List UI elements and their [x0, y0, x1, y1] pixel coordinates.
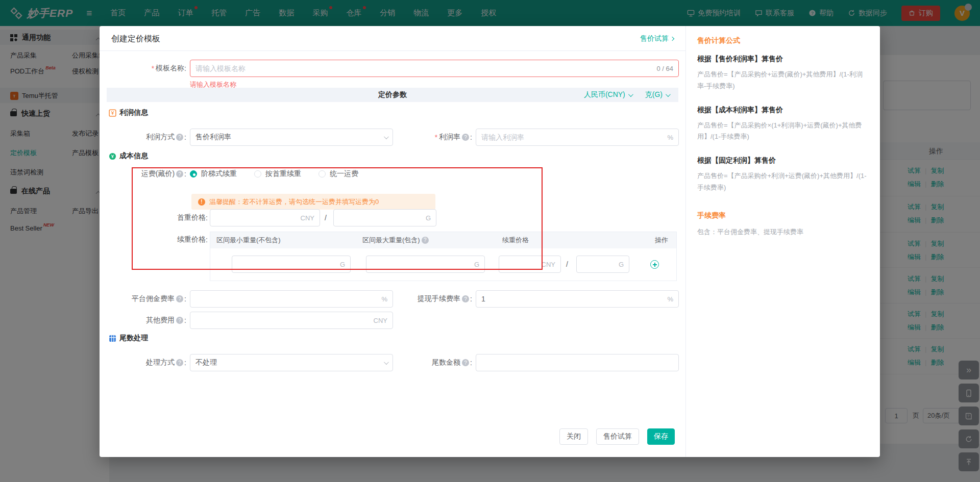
colon: :	[206, 236, 208, 244]
slash-separator: /	[325, 209, 327, 226]
price-trial-link[interactable]: 售价试算	[640, 26, 674, 51]
profit-rate-input[interactable]	[476, 133, 667, 141]
withdraw-fee-input[interactable]	[476, 295, 667, 303]
max-weight-input[interactable]	[366, 260, 474, 268]
pricing-params-bar: 定价参数 人民币(CNY) 克(G)	[107, 88, 678, 102]
formula-panel-title: 售价计算公式	[697, 36, 869, 45]
label-text: 平台佣金费率	[132, 294, 175, 303]
template-name-input[interactable]	[190, 64, 656, 72]
help-icon[interactable]: ?	[462, 134, 469, 141]
shipping-mode-radios: 阶梯式续重 按首重续重 统一运费	[190, 169, 358, 179]
tail-amount-input[interactable]	[476, 359, 678, 367]
tail-amount-field	[476, 354, 679, 371]
label-text: 其他费用	[146, 316, 175, 325]
label-text: 区间最大重量(包含)	[362, 232, 420, 248]
currency-select[interactable]: 人民币(CNY)	[584, 90, 632, 99]
help-icon[interactable]: ?	[176, 134, 183, 141]
cost-circle-icon	[109, 153, 116, 160]
colon: :	[184, 359, 186, 367]
commission-rate-field: %	[190, 290, 393, 308]
renewal-table-row: G G CNY / G	[210, 248, 676, 281]
radio-tiered-weight[interactable]: 阶梯式续重	[190, 169, 237, 179]
label-text: 续重价格	[177, 235, 206, 244]
radio-label: 按首重续重	[265, 169, 301, 179]
add-row-button[interactable]	[650, 260, 659, 269]
profit-method-label: 利润方式 ?:	[100, 129, 186, 146]
colon: :	[184, 133, 186, 141]
process-method-select[interactable]: 不处理	[190, 354, 393, 371]
colon: :	[470, 295, 472, 303]
other-fee-label: 其他费用 ?:	[100, 312, 186, 329]
renewal-weight-table: 区间最小重量(不包含) 区间最大重量(包含) ? 续重价格 操作 G	[210, 232, 677, 281]
tail-grid-icon	[109, 335, 116, 342]
col-renewal-price: 续重价格	[502, 232, 529, 248]
formula-help-panel: 售价计算公式 根据【售价利润率】算售价 产品售价=【产品采购价+运费(藏价)+其…	[685, 26, 880, 457]
gram-suffix: G	[619, 261, 629, 268]
help-icon[interactable]: ?	[176, 170, 183, 177]
radio-flat-fee[interactable]: 统一运费	[318, 169, 358, 179]
formula-heading: 根据【固定利润】算售价	[697, 156, 869, 165]
radio-label: 阶梯式续重	[201, 169, 237, 179]
other-fee-input[interactable]	[190, 316, 374, 324]
first-weight-input[interactable]	[334, 214, 426, 222]
min-weight-field: G	[232, 256, 351, 273]
max-weight-field: G	[366, 256, 485, 273]
formula-body: 产品售价=【产品采购价+利润+运费(藏价)+其他费用】/(1-手续费率)	[697, 170, 869, 194]
commission-rate-label: 平台佣金费率 ?:	[100, 290, 186, 308]
radio-icon	[318, 170, 326, 177]
first-weight-field: G	[333, 209, 436, 226]
save-button[interactable]: 保存	[647, 428, 675, 445]
help-icon[interactable]: ?	[422, 237, 429, 244]
warning-text: 温馨提醒：若不计算运费，请勾选统一运费并填写运费为0	[209, 197, 379, 207]
profit-method-select[interactable]: 售价利润率	[190, 129, 393, 146]
gram-suffix: G	[474, 261, 484, 268]
radio-icon	[254, 170, 261, 177]
section-title: 利润信息	[119, 108, 148, 117]
template-name-field: 0 / 64	[190, 60, 679, 77]
percent-suffix: %	[667, 295, 678, 303]
colon: :	[206, 214, 208, 222]
cny-suffix: CNY	[301, 214, 320, 222]
radio-first-weight[interactable]: 按首重续重	[254, 169, 301, 179]
formula-heading: 根据【售价利润率】算售价	[697, 55, 869, 64]
profit-section-header: 利润信息	[109, 108, 148, 117]
modal-form-area: 创建定价模板 售价试算 * 模板名称: 0 / 64 请输入模板名称 定价参数	[100, 26, 685, 457]
weight-unit-value: 克(G)	[645, 90, 663, 99]
min-weight-input[interactable]	[232, 260, 340, 268]
profit-doc-icon	[109, 109, 116, 117]
required-mark: *	[435, 133, 437, 141]
shipping-fee-label: 运费(藏价) ?:	[100, 169, 186, 179]
label-text: 利润率	[439, 133, 460, 142]
price-trial-label: 售价试算	[640, 26, 669, 51]
help-icon[interactable]: ?	[176, 295, 183, 302]
help-icon[interactable]: ?	[176, 317, 183, 324]
label-text: 首重价格	[177, 213, 206, 222]
weight-unit-select[interactable]: 克(G)	[645, 90, 669, 99]
price-trial-button[interactable]: 售价试算	[596, 428, 639, 445]
alert-icon: !	[198, 198, 205, 206]
modal-header: 创建定价模板 售价试算	[100, 26, 685, 51]
close-button[interactable]: 关闭	[559, 428, 588, 445]
percent-suffix: %	[667, 134, 678, 141]
label-text: 处理方式	[146, 358, 175, 367]
colon: :	[184, 64, 186, 72]
help-icon[interactable]: ?	[462, 359, 469, 366]
cny-suffix: CNY	[374, 317, 393, 324]
renewal-price-input[interactable]	[499, 260, 542, 268]
tail-section-header: 尾数处理	[109, 334, 148, 343]
modal-title: 创建定价模板	[111, 26, 160, 51]
withdraw-fee-field: %	[476, 290, 679, 308]
help-icon[interactable]: ?	[462, 295, 469, 302]
first-weight-price-input[interactable]	[210, 214, 301, 222]
app-root: 妙手ERP ≡ 首页 产品 订单 托管 广告 数据 采购 仓库 分销 物流 更多…	[0, 0, 980, 482]
help-icon[interactable]: ?	[176, 359, 183, 366]
colon: :	[184, 295, 186, 303]
other-fee-field: CNY	[190, 312, 393, 329]
slash-separator: /	[566, 256, 568, 273]
renewal-weight-input[interactable]	[577, 260, 619, 268]
label-text: 运费(藏价)	[141, 169, 175, 179]
renewal-price-label: 续重价格:	[100, 232, 208, 248]
radio-icon	[190, 170, 197, 177]
first-weight-price-field: CNY	[210, 209, 320, 226]
commission-rate-input[interactable]	[190, 295, 381, 303]
